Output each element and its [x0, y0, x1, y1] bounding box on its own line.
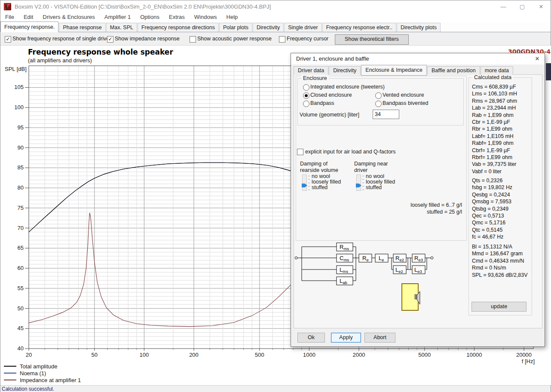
svg-text:20000: 20000	[516, 352, 532, 358]
status-bar: Calculation successful.	[0, 385, 551, 392]
radio-vented-enclosure-label: Vented enclosure	[383, 92, 424, 98]
damping-near-driver-title: Damping near driver	[354, 161, 397, 174]
checkbox-frequency-cursor[interactable]	[279, 36, 285, 43]
menu-drivers-enclosures[interactable]: Drivers & Enclosures	[38, 12, 99, 22]
apply-button[interactable]: Apply	[331, 333, 361, 343]
damping-near-driver-slider[interactable]	[356, 175, 361, 191]
svg-text:65: 65	[18, 245, 24, 251]
dialog-tab-driver-data[interactable]: Driver data	[294, 66, 328, 75]
menu-amplifier-1[interactable]: Amplifier 1	[100, 12, 135, 22]
dialog-tab-more-data[interactable]: more data	[481, 66, 513, 75]
minimize-icon[interactable]: —	[494, 1, 513, 12]
legend-item-impedance: Impedance at amplifier 1	[4, 377, 81, 383]
checkbox-show-acoustic-power[interactable]	[190, 36, 196, 43]
menu-bar: File Edit Drivers & Enclosures Amplifier…	[0, 12, 551, 22]
checkbox-show-acoustic-power-label: Show acoustic power response	[197, 36, 272, 42]
driver-enclosure-dialog: Driver 1, enclosure and baffle ✕ Driver …	[291, 53, 545, 347]
svg-text:200: 200	[189, 352, 199, 358]
tab-directivity[interactable]: Directivity	[253, 23, 284, 32]
radio-bandpass-bivented-label: Bandpass bivented	[383, 100, 428, 106]
calculated-values-group3: Bl = 15,1312 N/AMmd = 136,647 gram Cmd =…	[472, 243, 530, 279]
menu-options[interactable]: Options	[135, 12, 164, 22]
radio-closed-enclosure-label: Closed enclosure	[310, 92, 352, 98]
tab-single-driver[interactable]: Single driver	[284, 23, 321, 32]
tab-frequency-response[interactable]: Frequency response.	[0, 21, 58, 32]
status-text: Calculation successful.	[2, 386, 54, 392]
legend-item-total-amplitude: Total amplitude	[4, 363, 57, 370]
dialog-tab-directivity[interactable]: Directivity	[329, 66, 361, 75]
checkbox-show-impedance-label: Show impedance response	[115, 36, 180, 42]
svg-text:100: 100	[14, 104, 24, 110]
radio-integrated-enclosure[interactable]	[303, 84, 309, 91]
svg-text:100: 100	[140, 352, 149, 358]
menu-extras[interactable]: Extras	[164, 12, 190, 22]
svg-text:95: 95	[18, 124, 24, 131]
radio-closed-enclosure[interactable]	[303, 92, 309, 99]
legend-line-total	[4, 366, 16, 367]
dialog-title-bar: Driver 1, enclosure and baffle ✕	[291, 53, 545, 64]
app-icon	[4, 3, 11, 10]
maximize-icon[interactable]: ▢	[513, 1, 532, 12]
radio-integrated-enclosure-label: Integrated enclosure (tweeters)	[310, 84, 385, 90]
abort-button[interactable]: Abort	[364, 333, 395, 343]
title-bar: Boxsim V2.00 - VISATON-Edition [C:\Distr…	[0, 0, 551, 12]
svg-text:85: 85	[18, 164, 24, 171]
checkbox-show-single-driver-label: Show frequency response of single driver	[12, 36, 111, 42]
svg-text:50: 50	[18, 305, 24, 312]
equivalent-circuit-diagram: Rms Cms Lms Lab Re Le Re2 Le2 Re3 Le3	[291, 234, 471, 347]
options-toolbar: Show frequency response of single driver…	[0, 32, 551, 46]
radio-bandpass-label: Bandpass	[310, 100, 334, 106]
legend-line-noema	[4, 373, 16, 374]
damping-rearside-slider[interactable]	[302, 175, 307, 191]
dialog-tab-baffle-position[interactable]: Baffle and position	[427, 66, 480, 75]
tab-frequency-response-electrical[interactable]: Frequency response electr..	[322, 23, 396, 32]
radio-vented-enclosure[interactable]	[375, 92, 382, 99]
damping-note-stuffed: stuffed = 25 g/l	[376, 209, 462, 215]
radio-bandpass-bivented[interactable]	[375, 101, 382, 107]
calculated-data-legend: Calculated data	[472, 74, 513, 80]
window-title: Boxsim V2.00 - VISATON-Edition [C:\Distr…	[15, 3, 271, 10]
svg-text:105: 105	[14, 84, 24, 90]
calculated-values-group2: Qts = 0,2326fsbg = 19,802 Hz Qesbg = 0,2…	[472, 177, 530, 241]
close-icon[interactable]: ✕	[532, 1, 551, 12]
dialog-tab-bar: Driver data Directivity Enclosure & Impe…	[294, 65, 514, 75]
svg-text:2000: 2000	[353, 352, 365, 358]
ok-button[interactable]: Ok	[297, 333, 325, 343]
checkbox-show-single-driver[interactable]	[5, 36, 11, 43]
tab-phase-response[interactable]: Phase response	[59, 23, 105, 32]
explicit-input-checkbox[interactable]	[297, 149, 303, 155]
checkbox-show-impedance[interactable]	[107, 36, 113, 43]
checkbox-frequency-cursor-label: Frequency cursor	[287, 36, 328, 42]
tab-polar-plots[interactable]: Polar plots	[219, 23, 252, 32]
show-theoretical-filters-button[interactable]: Show theoretical filters	[335, 34, 409, 45]
svg-text:500: 500	[255, 352, 264, 358]
damping-note-loosely: loosely filled = 6..7 g/l	[376, 202, 462, 208]
svg-text:20: 20	[26, 352, 32, 358]
update-button[interactable]: update	[471, 302, 527, 312]
dialog-tab-enclosure-impedance[interactable]: Enclosure & Impedance	[361, 65, 427, 76]
y-axis-label: SPL [dB]	[5, 66, 27, 72]
svg-text:75: 75	[18, 205, 24, 211]
enclosure-speaker-icon	[402, 284, 420, 310]
tab-frequency-response-directions[interactable]: Frequency response directions	[138, 23, 219, 32]
menu-help[interactable]: Help	[222, 12, 243, 22]
dialog-close-icon[interactable]: ✕	[533, 55, 542, 63]
calculated-values-group1: Cms = 608,839 µFLms = 106,103 mH Rms = 2…	[472, 83, 530, 175]
tab-directivity-plots[interactable]: Directivity plots	[397, 23, 441, 32]
damping-near-driver-levels: no wool loosely filled stuffed	[366, 174, 395, 190]
tab-max-spl[interactable]: Max. SPL	[106, 23, 137, 32]
svg-text:60: 60	[18, 265, 24, 271]
volume-input[interactable]: 34	[373, 110, 399, 119]
explicit-input-checkbox-label: explicit input for air load and Q-factor…	[305, 149, 396, 155]
menu-windows[interactable]: Windows	[190, 12, 222, 22]
legend-item-noema: Noema (1)	[4, 370, 46, 377]
volume-label: Volume (geometric) [liter]	[300, 112, 359, 118]
radio-bandpass[interactable]	[303, 101, 309, 107]
application-window: Boxsim V2.00 - VISATON-Edition [C:\Distr…	[0, 0, 551, 392]
right-axis-fragment	[546, 63, 551, 80]
menu-file[interactable]: File	[0, 12, 19, 22]
menu-edit[interactable]: Edit	[19, 12, 38, 22]
view-tab-bar: Frequency response. Phase response Max. …	[0, 22, 551, 32]
damping-rearside-title: Damping of rearside volume	[300, 161, 348, 174]
chart-title: Frequency response whole speaker	[28, 48, 173, 56]
